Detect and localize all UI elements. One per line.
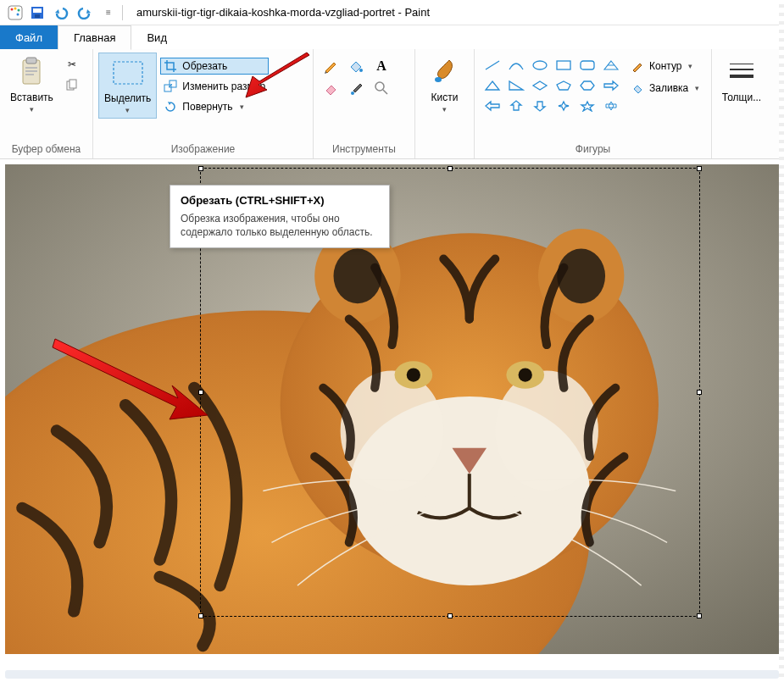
- svg-rect-7: [35, 14, 40, 18]
- group-label-brushes: [420, 153, 469, 157]
- handle-top-left[interactable]: [198, 166, 203, 171]
- handle-top-right[interactable]: [697, 166, 702, 171]
- handle-bottom-left[interactable]: [198, 613, 203, 618]
- shape-star4[interactable]: [554, 98, 573, 114]
- group-brushes: Кисти: [415, 49, 475, 158]
- shape-rect[interactable]: [554, 58, 573, 73]
- size-label: Толщи...: [722, 91, 761, 103]
- shape-diamond[interactable]: [531, 78, 549, 93]
- redo-icon[interactable]: [76, 4, 93, 21]
- fill-label: Заливка: [649, 82, 688, 94]
- shape-polygon[interactable]: [602, 58, 620, 73]
- shape-roundrect[interactable]: [578, 58, 597, 73]
- scissors-icon: ✂: [65, 58, 79, 71]
- rotate-icon: [164, 100, 177, 114]
- svg-point-20: [375, 82, 384, 91]
- customize-qat-icon[interactable]: ≡: [100, 4, 117, 21]
- handle-bottom-mid[interactable]: [448, 613, 453, 618]
- shape-star5[interactable]: [578, 98, 597, 114]
- handle-right-mid[interactable]: [697, 390, 702, 395]
- line-thickness-icon: [728, 56, 755, 88]
- bucket-icon: [631, 81, 644, 95]
- pencil-outline-icon: [631, 59, 644, 73]
- select-label: Выделить: [104, 92, 151, 104]
- svg-point-2: [14, 7, 17, 9]
- svg-point-4: [17, 13, 19, 15]
- svg-rect-23: [557, 61, 570, 69]
- dropdown-arrow-icon: [125, 104, 130, 114]
- shape-curve[interactable]: [507, 58, 525, 73]
- horizontal-scrollbar[interactable]: [5, 670, 779, 679]
- svg-point-1: [11, 8, 14, 10]
- group-size: Толщи...: [712, 49, 771, 158]
- group-label-clipboard: Буфер обмена: [5, 141, 87, 157]
- svg-point-18: [359, 69, 363, 72]
- text-tool[interactable]: A: [373, 58, 390, 75]
- shape-star6[interactable]: [602, 98, 620, 114]
- shape-arrow-down[interactable]: [531, 98, 549, 114]
- tab-file[interactable]: Файл: [0, 25, 58, 49]
- window-title: amurskii-tigr-tigr-dikaia-koshka-morda-v…: [136, 6, 430, 19]
- svg-rect-24: [581, 61, 594, 69]
- paint-app-icon: [7, 4, 24, 21]
- shape-pentagon[interactable]: [554, 78, 573, 93]
- magnifier-tool[interactable]: [373, 80, 390, 97]
- shape-triangle[interactable]: [483, 78, 502, 93]
- save-icon[interactable]: [29, 4, 46, 21]
- undo-icon[interactable]: [53, 4, 70, 21]
- svg-rect-11: [25, 70, 37, 72]
- svg-rect-25: [730, 64, 753, 64]
- shape-oval[interactable]: [531, 58, 549, 73]
- size-button[interactable]: Толщи...: [717, 53, 766, 107]
- tab-view[interactable]: Вид: [131, 25, 182, 49]
- ribbon: Вставить ✂ Буфер обмена Выделить: [0, 49, 784, 159]
- svg-point-22: [533, 61, 547, 69]
- tab-home[interactable]: Главная: [58, 25, 131, 50]
- dropdown-arrow-icon: [30, 103, 34, 114]
- shape-right-triangle[interactable]: [507, 78, 525, 93]
- paste-button[interactable]: Вставить: [5, 53, 58, 117]
- shapes-gallery[interactable]: [480, 53, 624, 119]
- brushes-button[interactable]: Кисти: [421, 53, 469, 117]
- rotate-label: Повернуть: [182, 101, 232, 113]
- outline-button[interactable]: Контур ▾: [627, 58, 703, 75]
- crop-icon: [164, 59, 177, 73]
- copy-icon: [65, 78, 79, 91]
- dropdown-arrow-icon: [442, 103, 447, 114]
- shape-arrow-left[interactable]: [483, 98, 502, 114]
- title-bar: ≡ amurskii-tigr-tigr-dikaia-koshka-morda…: [0, 0, 784, 25]
- svg-point-3: [18, 8, 20, 11]
- shape-line[interactable]: [483, 58, 502, 73]
- group-label-image: Изображение: [98, 141, 308, 157]
- shape-arrow-up[interactable]: [507, 98, 525, 114]
- crop-tooltip: Обрезать (CTRL+SHIFT+X) Обрезка изображе…: [170, 185, 390, 248]
- outline-label: Контур: [649, 60, 681, 72]
- cut-button[interactable]: ✂: [62, 56, 82, 73]
- svg-point-21: [435, 77, 442, 82]
- svg-point-19: [351, 91, 354, 95]
- group-shapes: Контур ▾ Заливка ▾ Фигуры: [475, 49, 712, 158]
- color-picker-tool[interactable]: [348, 80, 364, 97]
- handle-top-mid[interactable]: [448, 166, 453, 171]
- dropdown-arrow-icon: ▾: [695, 84, 699, 92]
- copy-button[interactable]: [62, 76, 82, 93]
- svg-rect-12: [25, 74, 34, 75]
- fill-button[interactable]: Заливка ▾: [627, 80, 703, 97]
- qat-separator: [122, 5, 123, 20]
- handle-bottom-right[interactable]: [697, 613, 702, 618]
- pencil-tool[interactable]: [322, 58, 339, 75]
- selection-rect-icon: [110, 57, 146, 89]
- clipboard-icon: [18, 56, 45, 88]
- svg-rect-26: [730, 69, 753, 70]
- select-button[interactable]: Выделить: [98, 53, 157, 119]
- group-label-shapes: Фигуры: [480, 141, 706, 157]
- svg-rect-15: [114, 62, 142, 84]
- shape-arrow-right[interactable]: [602, 78, 620, 93]
- svg-rect-14: [70, 80, 76, 88]
- group-label-tools: Инструменты: [319, 141, 409, 157]
- ribbon-tabs: Файл Главная Вид: [0, 25, 784, 49]
- dropdown-arrow-icon: ▾: [688, 62, 692, 70]
- eraser-tool[interactable]: [322, 80, 339, 97]
- fill-tool[interactable]: [348, 58, 364, 75]
- shape-hexagon[interactable]: [578, 78, 597, 93]
